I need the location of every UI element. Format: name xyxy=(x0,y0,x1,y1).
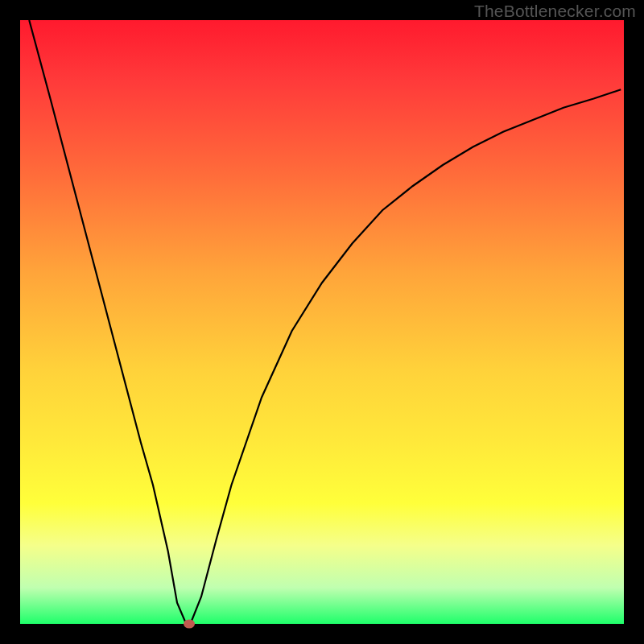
plot-background xyxy=(20,20,624,624)
attribution-text: TheBottlenecker.com xyxy=(474,2,636,21)
